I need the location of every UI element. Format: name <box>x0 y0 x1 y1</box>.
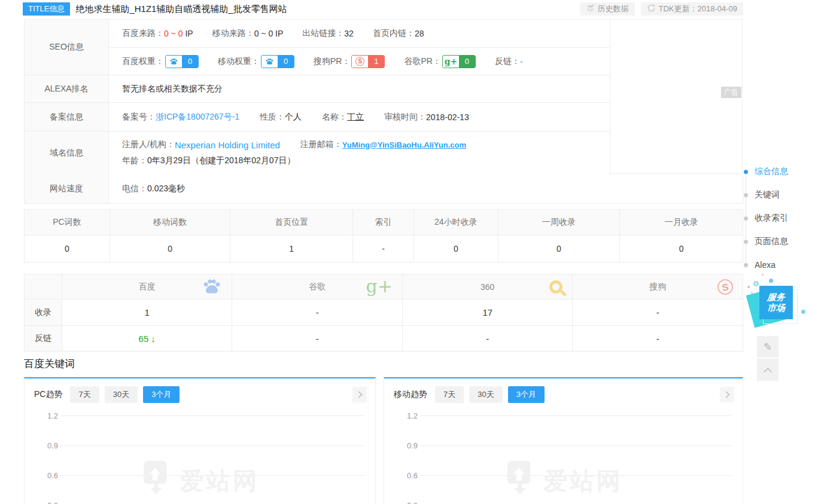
trend-charts-section: PC趋势 7天 30天 3个月 1.2 0.9 0.6 0.3 爱站网 移动趋势… <box>24 377 743 504</box>
mobile-traffic-value: 0 ~ 0 IP <box>254 29 284 38</box>
stats-header: 一月收录 <box>620 210 743 235</box>
include-360: 17 <box>403 300 573 325</box>
include-baidu: 1 <box>62 300 233 325</box>
seo-info-row: SEO信息 百度来路：0 ~ 0 IP 移动来路：0 ~ 0 IP 出站链接：3… <box>25 20 610 75</box>
site-info-section: SEO信息 百度来路：0 ~ 0 IP 移动来路：0 ~ 0 IP 出站链接：3… <box>24 19 743 204</box>
history-data-button[interactable]: 历史数据 <box>580 2 635 16</box>
stats-header: 索引 <box>353 210 414 235</box>
icp-label: 备案信息 <box>25 103 109 131</box>
baidu-paw-icon <box>202 276 222 298</box>
google-pr-badge[interactable]: g+ 0 <box>442 55 476 68</box>
feedback-pencil-button[interactable]: ✎ <box>757 336 778 358</box>
outlinks-value: 32 <box>344 29 354 38</box>
stats-value: 0 <box>110 236 231 262</box>
baidu-weight-value: 0 <box>182 56 198 68</box>
engine-header-sogou: 搜狗 S <box>573 274 743 299</box>
backlink-baidu-value: 65 <box>139 334 149 344</box>
backlink-google: - <box>232 326 403 351</box>
engine-header-baidu: 百度 <box>62 274 233 299</box>
bullet-icon <box>744 170 748 174</box>
registrant-link[interactable]: Nexperian Holding Limited <box>175 140 280 150</box>
speed-label: 网站速度 <box>25 174 109 203</box>
icp-no-label: 备案号： <box>122 112 156 123</box>
homelinks-value: 28 <box>415 29 424 38</box>
pc-trend-panel: PC趋势 7天 30天 3个月 1.2 0.9 0.6 0.3 爱站网 <box>24 377 376 504</box>
registrant-label: 注册人/机构： <box>122 139 175 150</box>
service-badge-front-square: 服务 市场 <box>759 286 793 319</box>
y-tick-label: 0.9 <box>42 441 58 450</box>
pc-tab-3m[interactable]: 3个月 <box>143 386 180 403</box>
y-tick-label: 1.2 <box>402 411 418 420</box>
include-sogou: - <box>573 300 743 325</box>
anchor-nav: 综合信息 关键词 收录索引 页面信息 Alexa <box>744 165 788 282</box>
nav-item-label: 收录索引 <box>755 213 788 224</box>
watermark: 爱站网 <box>25 457 375 497</box>
sogou-icon: S <box>355 57 364 66</box>
nav-item-overview[interactable]: 综合信息 <box>744 165 788 178</box>
age-value: 0年3月29日（创建于2018年02月07日） <box>147 155 295 166</box>
sogou-pr-value: 1 <box>368 56 384 68</box>
pc-tab-30d[interactable]: 30天 <box>105 386 138 403</box>
backlink-sogou: - <box>573 326 743 351</box>
stats-value: 0 <box>620 236 743 262</box>
seo-traffic-subrow: 百度来路：0 ~ 0 IP 移动来路：0 ~ 0 IP 出站链接：32 首页内链… <box>109 20 610 47</box>
include-google: - <box>232 300 403 325</box>
nav-item-label: 关键词 <box>755 190 780 200</box>
nav-item-keywords[interactable]: 关键词 <box>744 188 788 201</box>
chevron-up-icon <box>764 367 772 375</box>
nav-item-label: Alexa <box>755 260 776 270</box>
mobile-panel-next-button[interactable] <box>720 387 734 402</box>
alexa-label: ALEXA排名 <box>25 75 109 102</box>
pencil-icon: ✎ <box>764 341 772 353</box>
engines-header-row: 百度 谷歌 g+ 360 搜狗 S <box>25 274 743 300</box>
page-title: 绝地求生辅助_H1Z1辅助自瞄透视辅助_批发零售网站 <box>75 4 287 15</box>
baidu-paw-icon <box>166 56 182 68</box>
nav-item-index[interactable]: 收录索引 <box>744 212 788 225</box>
backlink-baidu: 65 ↓ <box>62 326 233 351</box>
back-to-top-button[interactable] <box>757 359 778 381</box>
baidu-weight-badge[interactable]: 0 <box>165 55 199 68</box>
icp-name-link[interactable]: 丁立 <box>347 112 364 123</box>
baidu-traffic-unit: IP <box>185 29 193 38</box>
keyword-stats-table: PC词数 移动词数 首页位置 索引 24小时收录 一周收录 一月收录 0 0 1… <box>24 209 743 262</box>
google-pr-value: 0 <box>459 56 475 68</box>
seo-info-label: SEO信息 <box>25 20 109 75</box>
service-market-badge[interactable]: 服务 市场 <box>745 270 811 333</box>
icp-audit-label: 审核时间： <box>384 112 426 123</box>
engines-backlink-row: 反链 65 ↓ - - - <box>25 325 743 351</box>
mobile-traffic-label: 移动来路： <box>212 28 254 39</box>
sogou-pr-badge[interactable]: S 1 <box>351 55 385 68</box>
mobile-weight-badge[interactable]: 0 <box>261 55 294 68</box>
y-tick-label: 1.2 <box>42 411 58 420</box>
email-link[interactable]: YuMing@YinSiBaoHu.AliYun.com <box>342 140 466 149</box>
aizhan-logo-icon <box>141 457 172 497</box>
stats-value: 0 <box>498 236 621 262</box>
google-plus-icon: g+ <box>445 57 458 66</box>
mobile-trend-panel: 移动趋势 7天 30天 3个月 1.2 0.9 0.6 0.3 爱站网 <box>384 377 743 504</box>
engine-header-google: 谷歌 g+ <box>232 274 403 299</box>
mobile-tab-3m[interactable]: 3个月 <box>508 386 545 403</box>
icp-nature-value: 个人 <box>285 112 302 123</box>
bullet-icon <box>744 263 748 267</box>
mobile-tab-30d[interactable]: 30天 <box>469 386 502 403</box>
down-arrow-icon: ↓ <box>151 334 156 344</box>
pc-tab-7d[interactable]: 7天 <box>70 386 99 403</box>
stats-header: 移动词数 <box>110 210 231 235</box>
bullet-icon <box>744 193 748 197</box>
icp-nature-label: 性质： <box>260 112 285 123</box>
page: TITLE信息 绝地求生辅助_H1Z1辅助自瞄透视辅助_批发零售网站 历史数据 … <box>0 0 815 504</box>
age-label: 年龄： <box>122 155 147 166</box>
engines-corner-cell <box>25 274 62 299</box>
nav-item-alexa[interactable]: Alexa <box>744 258 788 271</box>
decor-dot <box>762 274 764 276</box>
backlink-row-label: 反链 <box>25 326 62 351</box>
baidu-traffic-label: 百度来路： <box>122 28 164 39</box>
mobile-tab-7d[interactable]: 7天 <box>435 386 464 403</box>
nav-item-pageinfo[interactable]: 页面信息 <box>744 235 788 248</box>
pc-panel-next-button[interactable] <box>352 387 367 402</box>
mobile-paw-icon <box>261 56 278 68</box>
engines-include-row: 收录 1 - 17 - <box>25 300 743 325</box>
icp-number-link[interactable]: 浙ICP备18007267号-1 <box>156 112 239 123</box>
tdk-update-button[interactable]: TDK更新：2018-04-09 <box>641 2 744 16</box>
telecom-label: 电信： <box>122 184 147 194</box>
